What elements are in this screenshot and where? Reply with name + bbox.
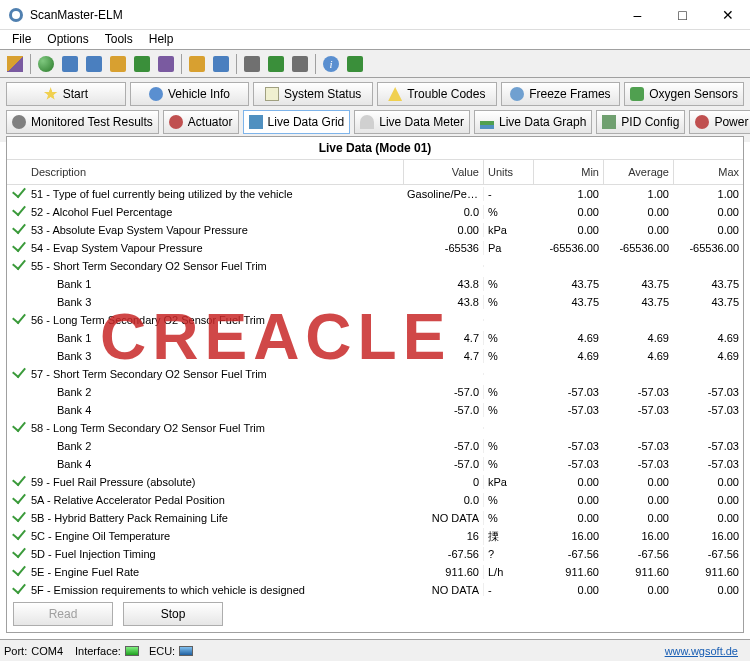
toolbar-info-icon[interactable]: i	[320, 53, 342, 75]
nav-live-data-grid[interactable]: Live Data Grid	[243, 110, 351, 134]
table-row[interactable]: 5A - Relative Accelerator Pedal Position…	[7, 491, 743, 509]
table-row[interactable]: Bank 4-57.0%-57.03-57.03-57.03	[7, 455, 743, 473]
nav-actuator[interactable]: Actuator	[163, 110, 239, 134]
stop-button[interactable]: Stop	[123, 602, 223, 626]
table-row[interactable]: Bank 343.8%43.7543.7543.75	[7, 293, 743, 311]
nav-live-data-graph[interactable]: Live Data Graph	[474, 110, 592, 134]
row-min: 43.75	[533, 295, 603, 309]
status-port-label: Port:	[4, 645, 27, 657]
row-avg	[603, 427, 673, 429]
toolbar-grid-icon[interactable]	[83, 53, 105, 75]
toolbar-help-icon[interactable]	[344, 53, 366, 75]
row-min: 0.00	[533, 223, 603, 237]
nav-freeze-frames[interactable]: Freeze Frames	[501, 82, 621, 106]
row-check-icon	[7, 583, 27, 596]
row-description: Bank 3	[27, 295, 403, 309]
table-row[interactable]: Bank 34.7%4.694.694.69	[7, 347, 743, 365]
table-row[interactable]: 5D - Fuel Injection Timing-67.56?-67.56-…	[7, 545, 743, 563]
table-row[interactable]: 53 - Absolute Evap System Vapour Pressur…	[7, 221, 743, 239]
row-description: 55 - Short Term Secondary O2 Sensor Fuel…	[27, 259, 403, 273]
toolbar-copy-icon[interactable]	[186, 53, 208, 75]
row-unit: 搮	[483, 528, 533, 545]
row-description: 5D - Fuel Injection Timing	[27, 547, 403, 561]
col-max[interactable]: Max	[673, 160, 743, 184]
nav-vehicle-info[interactable]: Vehicle Info	[130, 82, 250, 106]
table-row[interactable]: 5C - Engine Oil Temperature16搮16.0016.00…	[7, 527, 743, 545]
table-row[interactable]: 5B - Hybrid Battery Pack Remaining LifeN…	[7, 509, 743, 527]
table-row[interactable]: Bank 143.8%43.7543.7543.75	[7, 275, 743, 293]
row-min: 0.00	[533, 475, 603, 489]
nav-monitored-test-results[interactable]: Monitored Test Results	[6, 110, 159, 134]
minimize-button[interactable]: –	[615, 0, 660, 30]
table-row[interactable]: 57 - Short Term Secondary O2 Sensor Fuel…	[7, 365, 743, 383]
row-val	[403, 319, 483, 321]
row-val: -67.56	[403, 547, 483, 561]
nav-power[interactable]: Power	[689, 110, 750, 134]
nav-oxygen-sensors[interactable]: Oxygen Sensors	[624, 82, 744, 106]
toolbar-globe-icon[interactable]	[35, 53, 57, 75]
col-units[interactable]: Units	[483, 160, 533, 184]
menu-file[interactable]: File	[4, 30, 39, 49]
toolbar-chart-icon[interactable]	[107, 53, 129, 75]
row-unit: kPa	[483, 475, 533, 489]
row-check-icon	[7, 529, 27, 543]
toolbar-battery-icon[interactable]	[265, 53, 287, 75]
table-row[interactable]: Bank 2-57.0%-57.03-57.03-57.03	[7, 437, 743, 455]
toolbar-doc-icon[interactable]	[59, 53, 81, 75]
row-check-icon	[7, 547, 27, 561]
row-min: 0.00	[533, 511, 603, 525]
toolbar-green-icon[interactable]	[131, 53, 153, 75]
row-description: Bank 4	[27, 457, 403, 471]
table-row[interactable]: 55 - Short Term Secondary O2 Sensor Fuel…	[7, 257, 743, 275]
col-value[interactable]: Value	[403, 160, 483, 184]
nav-live-data-meter[interactable]: Live Data Meter	[354, 110, 470, 134]
live-data-meter-icon	[360, 115, 374, 129]
toolbar-gear-icon[interactable]	[289, 53, 311, 75]
toolbar-pencil-icon[interactable]	[4, 53, 26, 75]
nav-system-status[interactable]: System Status	[253, 82, 373, 106]
menu-help[interactable]: Help	[141, 30, 182, 49]
pid-config-icon	[602, 115, 616, 129]
table-row[interactable]: 56 - Long Term Secondary O2 Sensor Fuel …	[7, 311, 743, 329]
nav-pid-config[interactable]: PID Config	[596, 110, 685, 134]
menu-options[interactable]: Options	[39, 30, 96, 49]
status-link[interactable]: www.wgsoft.de	[665, 645, 738, 657]
table-row[interactable]: 52 - Alcohol Fuel Percentage0.0%0.000.00…	[7, 203, 743, 221]
row-max: 0.00	[673, 205, 743, 219]
table-row[interactable]: Bank 14.7%4.694.694.69	[7, 329, 743, 347]
system-status-label: System Status	[284, 87, 361, 101]
separator	[181, 54, 182, 74]
toolbar-terminal-icon[interactable]	[241, 53, 263, 75]
table-row[interactable]: 51 - Type of fuel currently being utiliz…	[7, 185, 743, 203]
close-button[interactable]: ✕	[705, 0, 750, 30]
row-unit: -	[483, 583, 533, 596]
live-data-meter-label: Live Data Meter	[379, 115, 464, 129]
table-row[interactable]: 58 - Long Term Secondary O2 Sensor Fuel …	[7, 419, 743, 437]
row-unit	[483, 427, 533, 429]
row-max: -65536.00	[673, 241, 743, 255]
live-data-grid[interactable]: Description Value Units Min Average Max …	[7, 160, 743, 596]
table-row[interactable]: 54 - Evap System Vapour Pressure-65536Pa…	[7, 239, 743, 257]
col-avg[interactable]: Average	[603, 160, 673, 184]
table-row[interactable]: 5F - Emission requirements to which vehi…	[7, 581, 743, 596]
maximize-button[interactable]: □	[660, 0, 705, 30]
table-row[interactable]: Bank 4-57.0%-57.03-57.03-57.03	[7, 401, 743, 419]
row-check-icon	[7, 259, 27, 273]
row-val: 43.8	[403, 295, 483, 309]
table-row[interactable]: 59 - Fuel Rail Pressure (absolute)0kPa0.…	[7, 473, 743, 491]
nav-start[interactable]: Start	[6, 82, 126, 106]
nav-trouble-codes[interactable]: Trouble Codes	[377, 82, 497, 106]
row-description: 5B - Hybrid Battery Pack Remaining Life	[27, 511, 403, 525]
row-description: 5A - Relative Accelerator Pedal Position	[27, 493, 403, 507]
row-avg	[603, 373, 673, 375]
table-row[interactable]: Bank 2-57.0%-57.03-57.03-57.03	[7, 383, 743, 401]
table-row[interactable]: 5E - Engine Fuel Rate911.60L/h911.60911.…	[7, 563, 743, 581]
grid-header: Description Value Units Min Average Max	[7, 160, 743, 185]
menu-tools[interactable]: Tools	[97, 30, 141, 49]
row-check-icon	[7, 565, 27, 579]
live-data-graph-label: Live Data Graph	[499, 115, 586, 129]
col-min[interactable]: Min	[533, 160, 603, 184]
toolbar-save-icon[interactable]	[210, 53, 232, 75]
toolbar-user-icon[interactable]	[155, 53, 177, 75]
col-description[interactable]: Description	[27, 160, 403, 184]
